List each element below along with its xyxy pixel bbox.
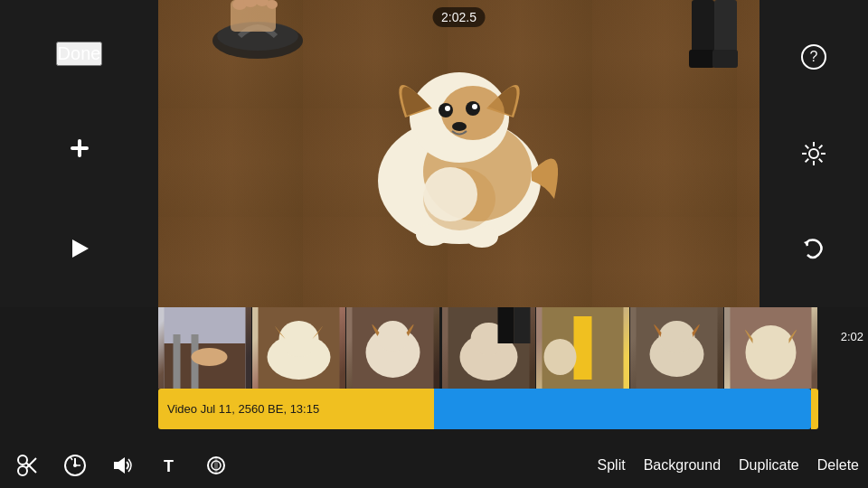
foot-area <box>203 0 312 63</box>
svg-rect-35 <box>692 0 714 54</box>
svg-point-31 <box>416 224 448 246</box>
svg-point-32 <box>466 226 498 248</box>
filter-button[interactable] <box>197 446 235 484</box>
right-sidebar: ? <box>760 0 868 307</box>
person-legs <box>687 0 741 72</box>
svg-point-21 <box>267 0 278 9</box>
svg-line-10 <box>806 145 809 149</box>
svg-point-49 <box>377 321 410 352</box>
clip-label: Video Jul 11, 2560 BE, 13:15 <box>167 402 319 416</box>
left-sidebar: Done <box>0 0 158 307</box>
bottom-right-actions: Split Background Duplicate Delete <box>253 457 868 474</box>
timestamp-display: 2:02.5 <box>432 7 486 27</box>
svg-point-76 <box>214 457 218 474</box>
play-button[interactable] <box>61 230 98 267</box>
svg-marker-72 <box>114 457 125 474</box>
svg-rect-36 <box>714 0 737 54</box>
svg-rect-41 <box>174 334 181 389</box>
svg-point-29 <box>472 104 477 109</box>
svg-rect-54 <box>514 307 531 343</box>
svg-point-57 <box>544 339 577 375</box>
background-button[interactable]: Background <box>644 457 721 474</box>
thumbnail-2[interactable] <box>252 307 346 389</box>
svg-line-71 <box>71 457 72 460</box>
svg-rect-56 <box>574 316 592 380</box>
svg-rect-1 <box>71 146 89 150</box>
svg-point-62 <box>746 325 797 380</box>
thumbnail-7[interactable] <box>724 307 818 389</box>
thumbnails-strip <box>158 307 818 389</box>
delete-button[interactable]: Delete <box>817 457 859 474</box>
svg-rect-53 <box>498 307 514 343</box>
svg-line-11 <box>819 159 823 163</box>
undo-button[interactable] <box>796 232 832 268</box>
svg-point-5 <box>809 149 818 158</box>
clip-segment-right[interactable] <box>434 389 811 429</box>
bottom-left-icons: T <box>0 446 253 484</box>
thumbnail-3[interactable] <box>346 307 440 389</box>
svg-point-34 <box>423 167 477 221</box>
clip-end-handle[interactable] <box>811 389 818 429</box>
svg-line-13 <box>806 159 809 163</box>
video-preview: 2:02.5 <box>158 0 760 307</box>
thumbnail-1[interactable] <box>158 307 252 389</box>
volume-button[interactable] <box>103 446 141 484</box>
svg-point-46 <box>279 321 319 357</box>
svg-point-43 <box>192 348 228 366</box>
help-button[interactable]: ? <box>796 39 832 75</box>
bottom-toolbar: T Split Background Duplicate Delete <box>0 443 868 488</box>
thumbnail-4[interactable] <box>442 307 536 389</box>
svg-point-60 <box>659 321 695 353</box>
svg-rect-38 <box>712 50 738 68</box>
settings-button[interactable] <box>796 136 832 172</box>
svg-text:T: T <box>164 457 174 475</box>
add-button[interactable] <box>61 130 98 166</box>
svg-rect-37 <box>689 50 714 68</box>
speed-button[interactable] <box>56 446 94 484</box>
split-button[interactable]: Split <box>598 457 626 474</box>
svg-line-12 <box>819 145 823 149</box>
time-badge: 2:02 <box>841 330 863 343</box>
done-button[interactable]: Done <box>56 42 103 66</box>
thumbnail-5[interactable] <box>536 307 630 389</box>
thumbnail-6[interactable] <box>630 307 724 389</box>
svg-point-28 <box>445 106 450 111</box>
dog-figure <box>333 45 586 253</box>
clip-segment-left[interactable]: Video Jul 11, 2560 BE, 13:15 <box>158 389 434 429</box>
timeline-area: 2:02 Video Jul 11, 2560 BE, 13:15 <box>0 307 868 488</box>
duplicate-button[interactable]: Duplicate <box>739 457 799 474</box>
scissors-button[interactable] <box>9 446 47 484</box>
svg-text:?: ? <box>810 49 818 64</box>
selection-bar: Video Jul 11, 2560 BE, 13:15 <box>158 389 818 429</box>
video-scene: 2:02.5 <box>158 0 760 307</box>
svg-marker-2 <box>72 239 89 258</box>
svg-point-30 <box>452 122 467 131</box>
text-button[interactable]: T <box>150 446 188 484</box>
